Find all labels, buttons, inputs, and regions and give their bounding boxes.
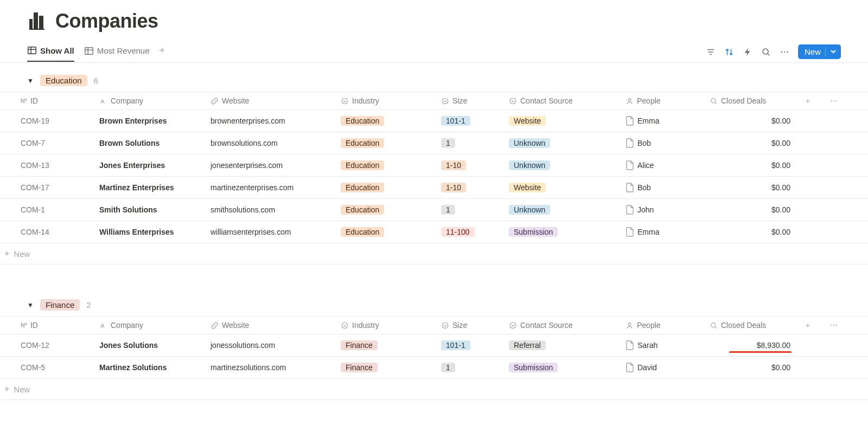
- svg-point-9: [763, 49, 768, 54]
- cell-contact-source: Website: [505, 179, 621, 196]
- col-people[interactable]: People: [621, 317, 705, 334]
- cell-size: 1-10: [437, 179, 505, 196]
- cell-contact-source: Submission: [505, 224, 621, 240]
- svg-point-21: [442, 322, 448, 328]
- col-website[interactable]: Website: [206, 317, 336, 334]
- cell-closed-deals: $8,930.00: [705, 338, 795, 353]
- cell-closed-deals: $0.00: [705, 158, 795, 173]
- col-industry[interactable]: Industry: [336, 92, 437, 109]
- automations-button[interactable]: [743, 47, 752, 57]
- cell-closed-deals: $0.00: [705, 360, 795, 375]
- chevron-down-icon: [825, 47, 837, 56]
- cell-company: Martinez Solutions: [95, 360, 206, 375]
- svg-point-18: [711, 98, 716, 102]
- cell-website: williamsenterprises.com: [206, 224, 336, 240]
- more-button[interactable]: [780, 47, 789, 57]
- svg-rect-0: [28, 47, 36, 54]
- cell-company: Martinez Enterprises: [95, 180, 206, 195]
- cell-closed-deals: $0.00: [705, 180, 795, 195]
- cell-closed-deals: $0.00: [705, 224, 795, 240]
- add-column-button[interactable]: +: [795, 317, 821, 334]
- cell-id: COM-17: [16, 180, 95, 195]
- col-people[interactable]: People: [621, 92, 705, 109]
- cell-people: Alice: [621, 157, 705, 173]
- table-row[interactable]: COM-7 Brown Solutions brownsolutions.com…: [0, 132, 868, 154]
- col-size[interactable]: Size: [437, 317, 505, 334]
- cell-company: Jones Enterprises: [95, 158, 206, 173]
- page-icon: [626, 183, 634, 192]
- svg-point-23: [628, 322, 631, 325]
- cell-company: Brown Enterprises: [95, 113, 206, 128]
- table-row[interactable]: COM-5 Martinez Solutions martinezsolutio…: [0, 357, 868, 379]
- table-row[interactable]: COM-12 Jones Solutions jonessolutions.co…: [0, 334, 868, 357]
- highlight-underline: [729, 351, 792, 353]
- col-id[interactable]: NºID: [16, 92, 95, 109]
- cell-website: brownsolutions.com: [206, 135, 336, 151]
- sort-button[interactable]: [724, 47, 734, 57]
- col-website[interactable]: Website: [206, 92, 336, 109]
- new-button-label: New: [805, 47, 821, 56]
- tab-most-revenue[interactable]: Most Revenue: [84, 46, 150, 61]
- filter-button[interactable]: [706, 47, 716, 57]
- group-toggle[interactable]: ▼: [27, 77, 34, 85]
- cell-industry: Education: [336, 135, 437, 151]
- cell-size: 1: [437, 359, 505, 376]
- column-more-button[interactable]: ⋯: [821, 92, 847, 109]
- table-row[interactable]: COM-19 Brown Enterprises brownenterprise…: [0, 110, 868, 132]
- cell-id: COM-1: [16, 202, 95, 217]
- cell-contact-source: Submission: [505, 359, 621, 376]
- col-company[interactable]: Company: [95, 92, 206, 109]
- cell-id: COM-5: [16, 360, 95, 375]
- col-industry[interactable]: Industry: [336, 317, 437, 334]
- new-row-button[interactable]: +New: [0, 243, 868, 264]
- cell-company: Smith Solutions: [95, 202, 206, 217]
- col-closed-deals[interactable]: Closed Deals: [705, 92, 795, 109]
- cell-website: smithsolutions.com: [206, 202, 336, 217]
- col-contact-source[interactable]: Contact Source: [505, 92, 621, 109]
- cell-id: COM-13: [16, 158, 95, 173]
- cell-contact-source: Referral: [505, 337, 621, 353]
- add-view-button[interactable]: +: [159, 45, 165, 62]
- table-row[interactable]: COM-14 Williams Enterprises williamsente…: [0, 221, 868, 243]
- table-row[interactable]: COM-1 Smith Solutions smithsolutions.com…: [0, 199, 868, 221]
- cell-size: 1: [437, 135, 505, 151]
- cell-size: 11-100: [437, 224, 505, 240]
- cell-industry: Education: [336, 224, 437, 240]
- cell-company: Jones Solutions: [95, 338, 206, 353]
- table-row[interactable]: COM-17 Martinez Enterprises martinezente…: [0, 177, 868, 199]
- cell-closed-deals: $0.00: [705, 202, 795, 217]
- cell-people: Emma: [621, 224, 705, 240]
- new-row-button[interactable]: +New: [0, 379, 868, 400]
- cell-size: 101-1: [437, 337, 505, 353]
- add-column-button[interactable]: +: [795, 92, 821, 109]
- col-size[interactable]: Size: [437, 92, 505, 109]
- page-icon: [626, 363, 634, 372]
- svg-point-11: [781, 51, 782, 53]
- col-company[interactable]: Company: [95, 317, 206, 334]
- group-name-tag[interactable]: Education: [40, 75, 87, 86]
- cell-id: COM-19: [16, 113, 95, 128]
- cell-industry: Finance: [336, 337, 437, 353]
- search-button[interactable]: [761, 47, 771, 57]
- new-button[interactable]: New: [798, 44, 841, 59]
- svg-point-17: [628, 98, 631, 101]
- column-more-button[interactable]: ⋯: [821, 317, 847, 334]
- cell-id: COM-7: [16, 135, 95, 151]
- cell-website: martinezenterprises.com: [206, 180, 336, 195]
- tab-show-all[interactable]: Show All: [27, 46, 74, 62]
- building-icon: [27, 11, 47, 31]
- cell-people: Sarah: [621, 337, 705, 353]
- group-count: 2: [86, 300, 91, 309]
- cell-size: 1: [437, 202, 505, 218]
- table-row[interactable]: COM-13 Jones Enterprises jonesenterprise…: [0, 154, 868, 177]
- group-name-tag[interactable]: Finance: [40, 299, 80, 311]
- svg-point-14: [342, 98, 348, 104]
- cell-industry: Education: [336, 179, 437, 196]
- col-contact-source[interactable]: Contact Source: [505, 317, 621, 334]
- col-closed-deals[interactable]: Closed Deals: [705, 317, 795, 334]
- col-id[interactable]: NºID: [16, 317, 95, 334]
- cell-contact-source: Website: [505, 113, 621, 129]
- svg-rect-3: [85, 47, 93, 54]
- group-toggle[interactable]: ▼: [27, 301, 34, 309]
- cell-industry: Finance: [336, 359, 437, 376]
